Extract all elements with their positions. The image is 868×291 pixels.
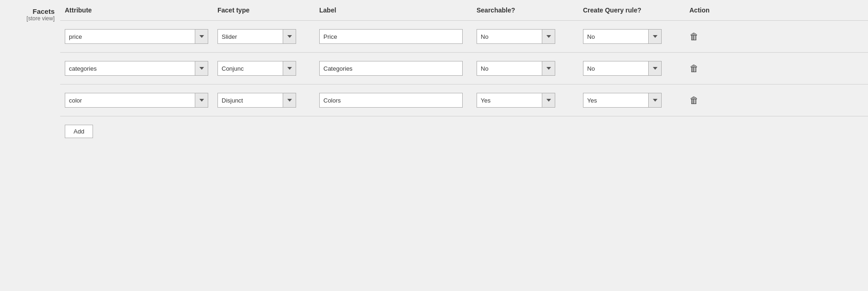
attribute-select-3[interactable]: color	[65, 93, 208, 108]
footer-row: Add	[60, 116, 868, 146]
header-attribute: Attribute	[65, 6, 217, 14]
query-rule-cell-1: No	[583, 29, 689, 44]
delete-button-3[interactable]: 🗑	[689, 95, 699, 105]
delete-button-1[interactable]: 🗑	[689, 31, 699, 42]
query-rule-dropdown-btn-3[interactable]	[648, 93, 661, 107]
attribute-dropdown-btn-1[interactable]	[195, 30, 208, 43]
table-row: categories Conjunc	[60, 53, 868, 85]
label-input-1[interactable]	[319, 29, 463, 44]
query-rule-text-1: No	[583, 30, 648, 43]
searchable-select-3[interactable]: Yes	[477, 93, 555, 108]
searchable-select-1[interactable]: No	[477, 29, 555, 44]
searchable-text-2: No	[477, 61, 542, 75]
main-content: Attribute Facet type Label Searchable? C…	[60, 0, 868, 291]
attribute-dropdown-btn-2[interactable]	[195, 61, 208, 75]
facet-type-cell-2: Conjunc	[217, 61, 319, 76]
arrow-down-icon-3	[199, 99, 204, 102]
facet-type-select-2[interactable]: Conjunc	[217, 61, 296, 76]
attribute-dropdown-btn-3[interactable]	[195, 93, 208, 107]
attribute-select-text-1: price	[65, 30, 195, 43]
attribute-select-2[interactable]: categories	[65, 61, 208, 76]
searchable-text-3: Yes	[477, 93, 542, 107]
header-action: Action	[689, 6, 726, 14]
attribute-select-text-2: categories	[65, 61, 195, 75]
query-rule-dropdown-btn-2[interactable]	[648, 61, 661, 75]
arrow-down-icon-facet-1	[287, 35, 292, 38]
label-cell-1	[319, 29, 477, 44]
query-rule-select-3[interactable]: Yes	[583, 93, 662, 108]
query-rule-text-3: Yes	[583, 93, 648, 107]
page-wrapper: Facets [store view] Attribute Facet type…	[0, 0, 868, 291]
searchable-dropdown-btn-1[interactable]	[542, 30, 555, 43]
attribute-cell-2: categories	[65, 61, 217, 76]
facet-type-text-2: Conjunc	[218, 61, 283, 75]
searchable-select-2[interactable]: No	[477, 61, 555, 76]
searchable-cell-1: No	[477, 29, 583, 44]
sidebar: Facets [store view]	[0, 0, 60, 291]
attribute-cell-1: price	[65, 29, 217, 44]
query-rule-dropdown-btn-1[interactable]	[648, 30, 661, 43]
facet-type-text-1: Slider	[218, 30, 283, 43]
table-row: color Disjunct	[60, 85, 868, 116]
query-rule-select-1[interactable]: No	[583, 29, 662, 44]
header-searchable: Searchable?	[477, 6, 583, 14]
action-cell-2: 🗑	[689, 63, 726, 74]
attribute-select-1[interactable]: price	[65, 29, 208, 44]
table-row: price Slider	[60, 21, 868, 53]
attribute-select-text-3: color	[65, 93, 195, 107]
facet-type-dropdown-btn-2[interactable]	[283, 61, 296, 75]
facet-type-select-1[interactable]: Slider	[217, 29, 296, 44]
arrow-down-icon-search-3	[546, 99, 551, 102]
sidebar-subtitle: [store view]	[6, 15, 55, 22]
arrow-down-icon-1	[199, 35, 204, 38]
searchable-dropdown-btn-2[interactable]	[542, 61, 555, 75]
header-query-rule: Create Query rule?	[583, 6, 689, 14]
delete-button-2[interactable]: 🗑	[689, 63, 699, 73]
query-rule-select-2[interactable]: No	[583, 61, 662, 76]
action-cell-3: 🗑	[689, 95, 726, 106]
query-rule-cell-2: No	[583, 61, 689, 76]
arrow-down-icon-query-1	[653, 35, 657, 38]
header-facet-type: Facet type	[217, 6, 319, 14]
arrow-down-icon-facet-2	[287, 67, 292, 70]
searchable-dropdown-btn-3[interactable]	[542, 93, 555, 107]
query-rule-text-2: No	[583, 61, 648, 75]
query-rule-cell-3: Yes	[583, 93, 689, 108]
searchable-cell-2: No	[477, 61, 583, 76]
facet-type-dropdown-btn-1[interactable]	[283, 30, 296, 43]
label-cell-2	[319, 61, 477, 76]
facet-type-select-3[interactable]: Disjunct	[217, 93, 296, 108]
label-input-3[interactable]	[319, 93, 463, 108]
attribute-cell-3: color	[65, 93, 217, 108]
facet-type-text-3: Disjunct	[218, 93, 283, 107]
arrow-down-icon-facet-3	[287, 99, 292, 102]
table-container: Attribute Facet type Label Searchable? C…	[60, 0, 868, 146]
action-cell-1: 🗑	[689, 31, 726, 42]
header-label: Label	[319, 6, 477, 14]
arrow-down-icon-query-2	[653, 67, 657, 70]
facet-type-dropdown-btn-3[interactable]	[283, 93, 296, 107]
searchable-cell-3: Yes	[477, 93, 583, 108]
add-button[interactable]: Add	[65, 125, 93, 138]
sidebar-title: Facets	[6, 7, 55, 15]
label-input-2[interactable]	[319, 61, 463, 76]
arrow-down-icon-2	[199, 67, 204, 70]
facet-type-cell-1: Slider	[217, 29, 319, 44]
searchable-text-1: No	[477, 30, 542, 43]
arrow-down-icon-search-2	[546, 67, 551, 70]
facet-type-cell-3: Disjunct	[217, 93, 319, 108]
arrow-down-icon-search-1	[546, 35, 551, 38]
arrow-down-icon-query-3	[653, 99, 657, 102]
table-header-row: Attribute Facet type Label Searchable? C…	[60, 0, 868, 21]
label-cell-3	[319, 93, 477, 108]
